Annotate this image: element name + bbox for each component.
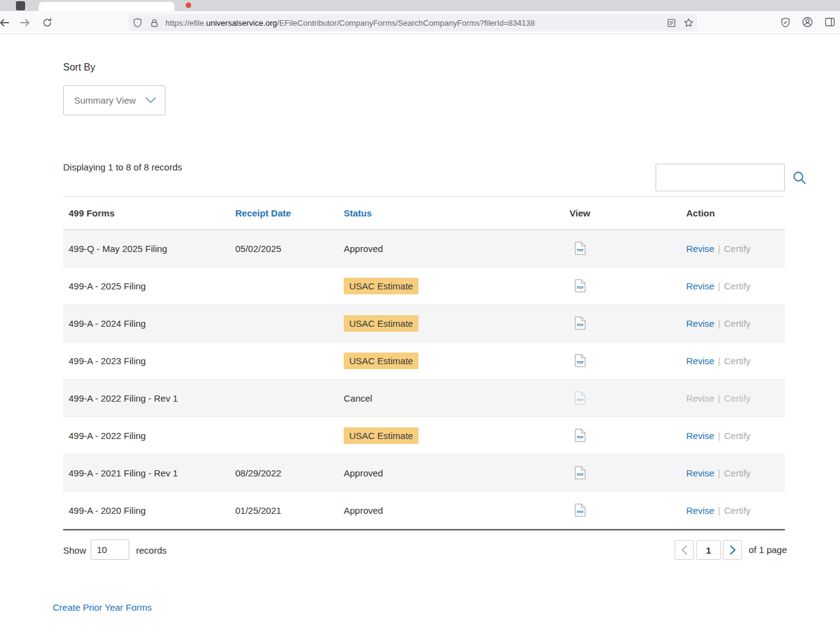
pdf-icon[interactable]: PDF	[575, 279, 586, 292]
table-search-box	[656, 164, 785, 191]
forward-button[interactable]	[17, 15, 33, 30]
revise-link[interactable]: Revise	[686, 356, 714, 366]
svg-text:PDF: PDF	[577, 248, 584, 252]
pdf-icon[interactable]: PDF	[575, 354, 586, 367]
app-menu-icon[interactable]	[16, 1, 25, 10]
revise-link[interactable]: Revise	[686, 281, 714, 291]
action-cell: Revise|Certify	[678, 356, 785, 366]
account-icon[interactable]	[801, 15, 814, 29]
status-cell: Approved	[336, 505, 482, 516]
revise-link[interactable]: Revise	[686, 318, 714, 329]
lock-icon[interactable]	[146, 18, 163, 28]
next-page-button[interactable]	[723, 540, 742, 560]
table-header-row: 499 Forms Receipt Date Status View Actio…	[63, 197, 785, 230]
url-text: https://efile.universalservice.org/EFile…	[163, 18, 663, 28]
table-row: 499-A - 2021 Filing - Rev 1 08/29/2022 A…	[63, 454, 785, 492]
action-separator: |	[714, 281, 724, 291]
form-name: 499-A - 2022 Filing	[63, 430, 229, 441]
receipt-date: 01/25/2021	[229, 505, 336, 516]
action-separator: |	[714, 243, 724, 254]
records-label: records	[136, 545, 167, 556]
sort-view-dropdown[interactable]: Summary View	[63, 85, 165, 115]
url-bar[interactable]: https://efile.universalservice.org/EFile…	[129, 14, 697, 31]
view-cell: PDF	[482, 429, 678, 442]
revise-link[interactable]: Revise	[686, 243, 714, 254]
header-view: View	[482, 208, 678, 218]
certify-link[interactable]: Certify	[724, 356, 751, 366]
action-separator: |	[714, 505, 724, 516]
svg-text:PDF: PDF	[577, 323, 584, 327]
status-text: Approved	[344, 505, 383, 516]
certify-link[interactable]: Certify	[724, 468, 751, 478]
previous-page-button[interactable]	[675, 540, 694, 560]
chevron-down-icon	[145, 97, 156, 104]
form-name: 499-A - 2022 Filing - Rev 1	[63, 393, 229, 403]
action-cell: Revise|Certify	[678, 243, 785, 254]
reader-mode-icon[interactable]	[663, 18, 680, 28]
action-separator: |	[714, 318, 724, 329]
revise-link[interactable]: Revise	[686, 505, 714, 516]
shield-icon[interactable]	[129, 18, 146, 28]
header-status[interactable]: Status	[336, 208, 482, 218]
page-content: Sort By Summary View Displaying 1 to 8 o…	[0, 35, 840, 634]
certify-link[interactable]: Certify	[724, 281, 751, 291]
table-row: 499-A - 2025 Filing USAC Estimate PDF Re…	[63, 267, 785, 305]
reload-button[interactable]	[39, 15, 55, 30]
toolbar-right-icons	[779, 15, 836, 29]
receipt-date: 08/29/2022	[229, 468, 336, 478]
navigation-toolbar: https://efile.universalservice.org/EFile…	[0, 11, 840, 34]
certify-link[interactable]: Certify	[724, 430, 751, 441]
pdf-icon[interactable]: PDF	[575, 316, 586, 330]
create-prior-year-forms-link[interactable]: Create Prior Year Forms	[53, 602, 152, 613]
revise-link: Revise	[686, 393, 714, 403]
table-row: 499-A - 2020 Filing 01/25/2021 Approved …	[63, 492, 785, 529]
view-cell: PDF	[482, 391, 678, 405]
form-name: 499-A - 2025 Filing	[63, 281, 229, 291]
table-row: 499-A - 2022 Filing USAC Estimate PDF Re…	[63, 417, 785, 454]
status-cell: USAC Estimate	[336, 353, 482, 369]
status-text: Approved	[344, 468, 383, 478]
receipt-date: 05/02/2025	[229, 243, 336, 254]
action-cell: Revise|Certify	[678, 393, 785, 403]
search-icon[interactable]	[788, 170, 811, 185]
status-badge: USAC Estimate	[344, 427, 418, 444]
certify-link[interactable]: Certify	[724, 505, 751, 516]
sort-by-label: Sort By	[63, 62, 95, 73]
view-cell: PDF	[482, 242, 678, 255]
svg-text:PDF: PDF	[577, 473, 584, 476]
pdf-icon[interactable]: PDF	[575, 503, 586, 517]
svg-text:PDF: PDF	[577, 510, 584, 514]
status-badge: USAC Estimate	[344, 315, 418, 332]
revise-link[interactable]: Revise	[686, 430, 714, 441]
status-text: Approved	[344, 243, 383, 254]
view-cell: PDF	[482, 279, 678, 292]
bookmark-star-icon[interactable]	[680, 18, 697, 28]
privacy-shield-icon[interactable]	[779, 15, 792, 29]
header-receipt-date[interactable]: Receipt Date	[229, 208, 336, 218]
action-separator: |	[714, 393, 724, 403]
back-icon	[0, 18, 10, 28]
revise-link[interactable]: Revise	[686, 468, 714, 478]
pdf-icon[interactable]: PDF	[575, 466, 586, 479]
pdf-icon[interactable]: PDF	[575, 242, 586, 255]
pdf-icon[interactable]: PDF	[575, 429, 586, 442]
table-row: 499-A - 2022 Filing - Rev 1 Cancel PDF R…	[63, 380, 785, 417]
certify-link[interactable]: Certify	[724, 243, 751, 254]
search-input[interactable]	[656, 164, 788, 191]
svg-text:PDF: PDF	[577, 398, 584, 402]
back-button[interactable]	[0, 15, 12, 30]
svg-text:PDF: PDF	[577, 286, 584, 289]
tab-strip	[0, 0, 840, 11]
sidebar-icon[interactable]	[823, 15, 836, 29]
action-cell: Revise|Certify	[678, 318, 785, 329]
status-cell: Approved	[336, 468, 482, 478]
status-cell: USAC Estimate	[336, 315, 482, 332]
certify-link[interactable]: Certify	[724, 318, 751, 329]
records-per-page-input[interactable]	[91, 540, 129, 560]
table-row: 499-A - 2023 Filing USAC Estimate PDF Re…	[63, 342, 785, 380]
form-name: 499-A - 2023 Filing	[63, 356, 229, 366]
forms-table: 499 Forms Receipt Date Status View Actio…	[63, 196, 785, 530]
active-tab[interactable]	[39, 2, 175, 11]
forward-icon	[20, 18, 31, 28]
chevron-right-icon	[730, 545, 736, 555]
